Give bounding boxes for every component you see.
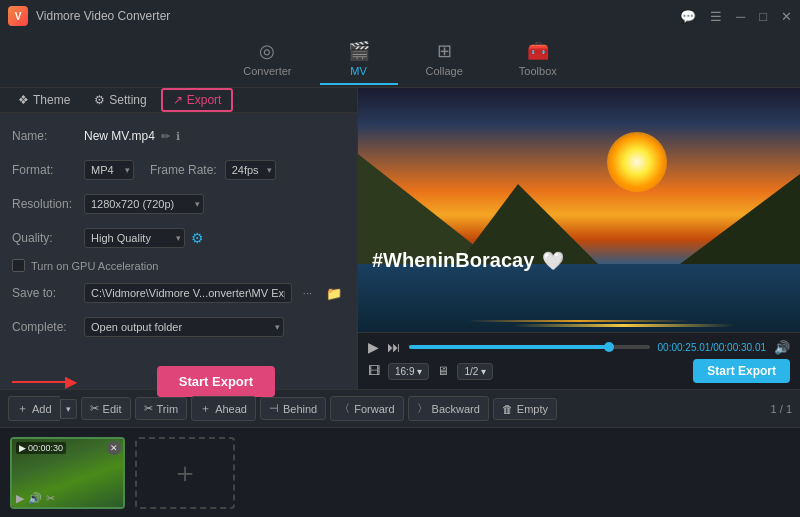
video-frame: #WheninBoracay 🤍 bbox=[358, 88, 800, 332]
play-button[interactable]: ▶ bbox=[368, 339, 379, 355]
behind-button[interactable]: ⊣ Behind bbox=[260, 397, 326, 420]
fps-select[interactable]: 24fps 30fps 60fps bbox=[225, 160, 276, 180]
complete-select[interactable]: Open output folder Do nothing Shut down bbox=[84, 317, 284, 337]
water-shimmer bbox=[513, 324, 734, 327]
heart-icon: 🤍 bbox=[542, 250, 564, 272]
name-label: Name: bbox=[12, 129, 84, 143]
split-chevron: ▾ bbox=[481, 366, 486, 377]
add-clip-button[interactable]: ＋ bbox=[135, 437, 235, 509]
arrow-line bbox=[12, 381, 67, 383]
tab-collage[interactable]: ⊞ Collage bbox=[398, 34, 491, 85]
theme-icon: ❖ bbox=[18, 93, 29, 107]
trim-label: Trim bbox=[157, 403, 179, 415]
saveto-folder-icon[interactable]: 📁 bbox=[323, 283, 345, 304]
setting-label: Setting bbox=[109, 93, 146, 107]
tab-mv[interactable]: 🎬 MV bbox=[320, 34, 398, 85]
title-bar: V Vidmore Video Converter 💬 ☰ ─ □ ✕ bbox=[0, 0, 800, 32]
resolution-select-wrapper: 1280x720 (720p) 1920x1080 (1080p) 3840x2… bbox=[84, 194, 204, 214]
format-select[interactable]: MP4 MOV AVI MKV bbox=[84, 160, 134, 180]
page-indicator: 1 / 1 bbox=[771, 403, 792, 415]
quality-select[interactable]: High Quality Medium Quality Low Quality bbox=[84, 228, 185, 248]
title-bar-left: V Vidmore Video Converter bbox=[8, 6, 170, 26]
setting-button[interactable]: ⚙ Setting bbox=[84, 89, 156, 111]
info-icon[interactable]: ℹ bbox=[176, 130, 180, 143]
quality-settings-icon[interactable]: ⚙ bbox=[191, 230, 204, 246]
format-row: Format: MP4 MOV AVI MKV Frame Rate: bbox=[12, 157, 345, 183]
mv-icon: 🎬 bbox=[348, 40, 370, 62]
arrow-head-icon: ▶ bbox=[65, 372, 77, 391]
hashtag-text: #WheninBoracay bbox=[372, 249, 534, 272]
export-label: Export bbox=[187, 93, 222, 107]
saveto-label: Save to: bbox=[12, 286, 84, 300]
theme-button[interactable]: ❖ Theme bbox=[8, 89, 80, 111]
aspect-ratio-chevron: ▾ bbox=[417, 366, 422, 377]
saveto-row: Save to: ··· 📁 bbox=[12, 280, 345, 306]
saveto-input[interactable] bbox=[84, 283, 292, 303]
name-value-area: New MV.mp4 ✏ ℹ bbox=[84, 129, 345, 143]
trim-button[interactable]: ✂ Trim bbox=[135, 397, 188, 420]
file-name: New MV.mp4 bbox=[84, 129, 155, 143]
aspect-ratio-value: 16:9 bbox=[395, 366, 414, 377]
chat-button[interactable]: 💬 bbox=[680, 9, 696, 24]
tab-converter[interactable]: ◎ Converter bbox=[215, 34, 319, 85]
saveto-value-area: ··· 📁 bbox=[84, 283, 345, 304]
sun bbox=[607, 132, 667, 192]
right-panel: #WheninBoracay 🤍 ▶ ⏭ 00:00:25.01/00:00:3… bbox=[358, 88, 800, 389]
resolution-label: Resolution: bbox=[12, 197, 84, 211]
menu-button[interactable]: ☰ bbox=[710, 9, 722, 24]
add-dropdown-arrow[interactable]: ▾ bbox=[60, 399, 77, 419]
empty-button[interactable]: 🗑 Empty bbox=[493, 398, 557, 420]
add-button[interactable]: ＋ Add bbox=[8, 396, 60, 421]
resolution-select[interactable]: 1280x720 (720p) 1920x1080 (1080p) 3840x2… bbox=[84, 194, 204, 214]
timeline: ▶ 00:00:30 ✕ ▶ 🔊 ✂ ＋ bbox=[0, 427, 800, 517]
tab-toolbox[interactable]: 🧰 Toolbox bbox=[491, 34, 585, 85]
tab-collage-label: Collage bbox=[426, 65, 463, 77]
progress-bar[interactable] bbox=[409, 345, 650, 349]
saveto-browse-dots[interactable]: ··· bbox=[298, 284, 317, 302]
backward-button[interactable]: 〉 Backward bbox=[408, 396, 489, 421]
empty-label: Empty bbox=[517, 403, 548, 415]
start-export-btn-video[interactable]: Start Export bbox=[693, 359, 790, 383]
clip-play-action[interactable]: ▶ bbox=[16, 492, 24, 505]
left-panel: ❖ Theme ⚙ Setting ↗ Export Name: New MV.… bbox=[0, 88, 358, 389]
aspect-ratio-select[interactable]: 16:9 ▾ bbox=[388, 363, 429, 380]
clip-cut-icon[interactable]: ✂ bbox=[46, 492, 55, 505]
video-preview: #WheninBoracay 🤍 bbox=[358, 88, 800, 332]
complete-select-wrapper: Open output folder Do nothing Shut down bbox=[84, 317, 284, 337]
progress-dot bbox=[604, 342, 614, 352]
close-button[interactable]: ✕ bbox=[781, 9, 792, 24]
fps-select-wrapper: 24fps 30fps 60fps bbox=[225, 160, 276, 180]
maximize-button[interactable]: □ bbox=[759, 9, 767, 24]
clip-duration: ▶ 00:00:30 bbox=[16, 442, 66, 454]
mountain-right bbox=[680, 174, 800, 264]
setting-icon: ⚙ bbox=[94, 93, 105, 107]
export-icon: ↗ bbox=[173, 93, 183, 107]
backward-label: Backward bbox=[432, 403, 480, 415]
clip-close-button[interactable]: ✕ bbox=[107, 441, 121, 455]
add-button-group: ＋ Add ▾ bbox=[8, 396, 77, 421]
app-title: Vidmore Video Converter bbox=[36, 9, 170, 23]
timeline-clip[interactable]: ▶ 00:00:30 ✕ ▶ 🔊 ✂ bbox=[10, 437, 125, 509]
edit-icon: ✂ bbox=[90, 402, 99, 415]
step-forward-button[interactable]: ⏭ bbox=[387, 339, 401, 355]
name-row: Name: New MV.mp4 ✏ ℹ bbox=[12, 123, 345, 149]
quality-label: Quality: bbox=[12, 231, 84, 245]
resolution-row: Resolution: 1280x720 (720p) 1920x1080 (1… bbox=[12, 191, 345, 217]
volume-icon[interactable]: 🔊 bbox=[774, 340, 790, 355]
split-select[interactable]: 1/2 ▾ bbox=[457, 363, 493, 380]
export-tab-button[interactable]: ↗ Export bbox=[161, 88, 234, 112]
gpu-checkbox[interactable] bbox=[12, 259, 25, 272]
time-display: 00:00:25.01/00:00:30.01 bbox=[658, 342, 766, 353]
ahead-button[interactable]: ＋ Ahead bbox=[191, 396, 256, 421]
clip-audio-icon[interactable]: 🔊 bbox=[28, 492, 42, 505]
start-export-button[interactable]: Start Export bbox=[157, 366, 275, 397]
edit-name-icon[interactable]: ✏ bbox=[161, 130, 170, 143]
controls-row2: 🎞 16:9 ▾ 🖥 1/2 ▾ Start Export bbox=[368, 359, 790, 383]
edit-button[interactable]: ✂ Edit bbox=[81, 397, 131, 420]
minimize-button[interactable]: ─ bbox=[736, 9, 745, 24]
quality-select-wrapper: High Quality Medium Quality Low Quality bbox=[84, 228, 185, 248]
water-shimmer2 bbox=[469, 320, 690, 322]
forward-button[interactable]: 〈 Forward bbox=[330, 396, 403, 421]
clip-play-icon: ▶ bbox=[19, 443, 26, 453]
behind-icon: ⊣ bbox=[269, 402, 279, 415]
